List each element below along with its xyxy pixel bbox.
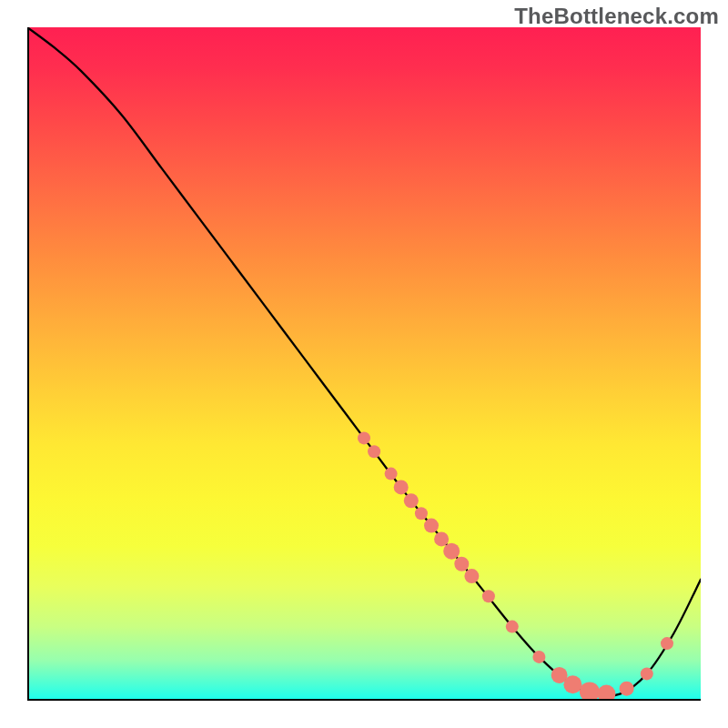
chart-frame: TheBottleneck.com: [0, 0, 728, 728]
data-point-marker: [620, 682, 634, 696]
bottleneck-curve: [27, 27, 701, 696]
data-point-marker: [482, 590, 495, 602]
data-point-marker: [443, 543, 460, 560]
attribution-label: TheBottleneck.com: [514, 4, 719, 29]
data-point-marker: [404, 493, 419, 508]
data-point-marker: [580, 682, 600, 701]
data-point-marker: [661, 637, 673, 650]
plot-area: [27, 27, 701, 701]
data-point-marker: [641, 667, 653, 680]
data-point-marker: [424, 519, 439, 533]
data-point-markers: [358, 431, 673, 701]
data-point-marker: [563, 675, 581, 693]
data-point-marker: [394, 480, 409, 494]
data-point-marker: [506, 621, 519, 633]
data-point-marker: [454, 557, 469, 571]
data-point-marker: [464, 569, 479, 583]
data-point-marker: [434, 531, 449, 546]
data-point-marker: [368, 445, 380, 458]
data-point-marker: [385, 468, 398, 480]
data-point-marker: [415, 507, 428, 520]
data-point-marker: [597, 685, 615, 701]
data-point-marker: [532, 651, 545, 663]
data-point-marker: [358, 431, 370, 444]
bottleneck-curve-svg: [27, 27, 701, 701]
